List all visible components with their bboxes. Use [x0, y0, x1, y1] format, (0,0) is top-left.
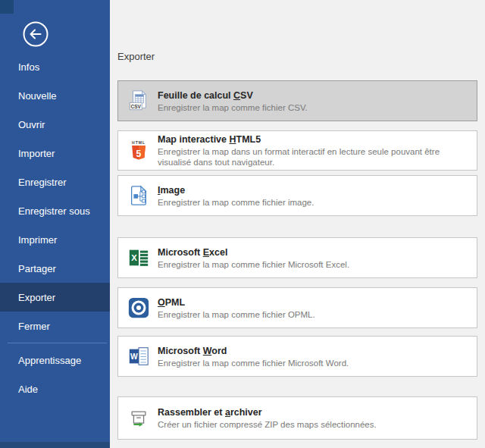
option-description: Enregistrer la map comme fichier Microso…: [158, 358, 349, 368]
sidebar-item-exporter[interactable]: Exporter: [0, 283, 110, 312]
option-title: Rassembler et archiver: [158, 406, 377, 418]
word-icon: W: [127, 345, 150, 368]
title-pre: Microsoft: [158, 346, 203, 356]
sidebar-separator: [8, 343, 107, 343]
option-description: Enregistrer la map comme fichier image.: [158, 197, 314, 208]
title-accel: W: [203, 346, 212, 356]
option-description: Enregistrer la map dans un format intera…: [158, 146, 469, 168]
option-title: Microsoft Excel: [158, 246, 349, 258]
export-option-pack-and-go[interactable]: Rassembler et archiver Créer un fichier …: [117, 396, 477, 440]
title-post: ord: [211, 346, 227, 356]
title-post: rchiver: [230, 407, 262, 418]
image-file-icon: [127, 184, 150, 207]
sidebar-item-fermer[interactable]: Fermer: [0, 312, 110, 340]
option-title: OPML: [158, 296, 315, 309]
backstage-sidebar: Infos Nouvelle Ouvrir Importer Enregistr…: [0, 0, 110, 448]
title-pre: Feuille de calcul: [158, 90, 233, 101]
back-button[interactable]: [21, 20, 50, 49]
csv-icon-label: CSV: [131, 104, 142, 109]
export-page: Exporter CSV Feuille de calcul CSV Enreg…: [110, 0, 485, 448]
sidebar-item-partager[interactable]: Partager: [0, 254, 110, 283]
export-option-csv[interactable]: CSV Feuille de calcul CSV Enregistrer la…: [117, 80, 477, 121]
sidebar-item-imprimer[interactable]: Imprimer: [0, 225, 110, 254]
option-text: Map interactive HTML5 Enregistrer la map…: [158, 133, 469, 168]
export-option-image[interactable]: Image Enregistrer la map comme fichier i…: [117, 175, 477, 216]
backstage-menu: Infos Nouvelle Ouvrir Importer Enregistr…: [0, 52, 110, 403]
export-option-excel[interactable]: X Microsoft Excel Enregistrer la map com…: [117, 237, 477, 278]
sidebar-item-apprentissage[interactable]: Apprentissage: [0, 346, 110, 374]
option-title: Map interactive HTML5: [158, 133, 469, 146]
sidebar-item-enregistrer[interactable]: Enregistrer: [0, 168, 110, 196]
export-option-opml[interactable]: OPML Enregistrer la map comme fichier OP…: [117, 287, 477, 328]
sidebar-item-enregistrer-sous[interactable]: Enregistrer sous: [0, 196, 110, 225]
sidebar-item-infos[interactable]: Infos: [0, 52, 110, 81]
opml-icon: [127, 296, 150, 319]
title-post: SV: [240, 90, 253, 101]
csv-spreadsheet-icon: CSV: [127, 89, 150, 112]
export-option-word[interactable]: W Microsoft Word Enregistrer la map comm…: [117, 336, 477, 377]
option-title: Image: [158, 184, 314, 196]
option-description: Enregistrer la map comme fichier OPML.: [158, 309, 315, 320]
option-text: Rassembler et archiver Créer un fichier …: [158, 406, 377, 430]
title-pre: Rassembler et: [158, 407, 225, 418]
option-description: Enregistrer la map comme fichier CSV.: [158, 102, 308, 113]
export-options-list: CSV Feuille de calcul CSV Enregistrer la…: [117, 80, 477, 440]
corner-accent: [0, 0, 14, 14]
option-text: Microsoft Excel Enregistrer la map comme…: [158, 246, 349, 270]
html5-icon: HTML 5: [127, 139, 150, 162]
option-text: Image Enregistrer la map comme fichier i…: [158, 184, 314, 208]
word-icon-letter: W: [130, 352, 138, 361]
title-post: PML: [165, 297, 185, 308]
option-title: Feuille de calcul CSV: [158, 89, 308, 102]
html5-icon-number: 5: [136, 148, 142, 158]
archive-icon: [127, 407, 150, 430]
page-title: Exporter: [117, 51, 155, 62]
back-arrow-icon: [21, 20, 50, 49]
option-description: Créer un fichier compressé ZIP des maps …: [158, 419, 377, 430]
title-accel: a: [225, 407, 230, 418]
excel-icon-letter: X: [131, 253, 137, 262]
title-accel: C: [233, 90, 240, 101]
option-text: Microsoft Word Enregistrer la map comme …: [158, 345, 349, 368]
title-accel: H: [229, 134, 236, 145]
sidebar-item-aide[interactable]: Aide: [0, 374, 110, 403]
option-title: Microsoft Word: [158, 345, 349, 357]
title-pre: Map interactive: [158, 134, 229, 145]
sidebar-item-importer[interactable]: Importer: [0, 139, 110, 168]
option-description: Enregistrer la map comme fichier Microso…: [158, 259, 349, 270]
option-text: Feuille de calcul CSV Enregistrer la map…: [158, 89, 308, 113]
excel-icon: X: [127, 246, 150, 269]
sidebar-item-ouvrir[interactable]: Ouvrir: [0, 110, 110, 139]
title-accel: O: [158, 297, 165, 308]
title-pre: Microsoft: [158, 247, 203, 258]
title-post: xcel: [209, 247, 227, 258]
sidebar-item-nouvelle[interactable]: Nouvelle: [0, 81, 110, 110]
backstage-view: Infos Nouvelle Ouvrir Importer Enregistr…: [0, 0, 485, 448]
option-text: OPML Enregistrer la map comme fichier OP…: [158, 296, 315, 320]
title-post: TML5: [236, 134, 261, 145]
html5-icon-top-label: HTML: [132, 140, 146, 145]
sidebar-bottom-strip: [0, 442, 110, 448]
title-accel: E: [203, 247, 209, 258]
export-option-html5[interactable]: HTML 5 Map interactive HTML5 Enregistrer…: [117, 130, 477, 171]
title-post: mage: [160, 185, 185, 196]
